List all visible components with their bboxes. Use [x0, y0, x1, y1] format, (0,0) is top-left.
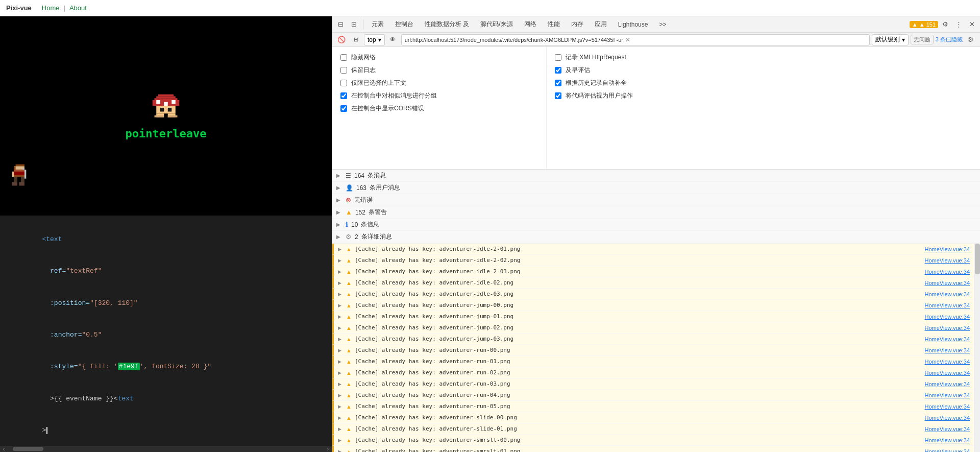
svg-rect-23 — [19, 182, 24, 186]
code-line-6: >{{ eventName }}<text — [10, 383, 322, 415]
nav-about[interactable]: About — [69, 4, 87, 12]
log-expand-arrow[interactable]: ▶ — [338, 438, 343, 443]
msg-group-verbose[interactable]: ▶ ⚙ 2 条详细消息 — [332, 231, 980, 243]
devtools-inspect-icon[interactable]: ⊞ — [348, 18, 360, 31]
hide-network-checkbox[interactable] — [340, 54, 347, 61]
tab-sources[interactable]: 源代码/来源 — [475, 18, 518, 31]
autocomplete-checkbox[interactable] — [555, 80, 561, 86]
treat-eval-checkbox[interactable] — [555, 92, 561, 99]
log-expand-arrow[interactable]: ▶ — [338, 348, 343, 353]
log-expand-arrow[interactable]: ▶ — [338, 359, 343, 364]
code-line-4: :anchor="0.5" — [10, 319, 322, 351]
log-source-link[interactable]: HomeView.vue:34 — [925, 257, 970, 264]
log-source-link[interactable]: HomeView.vue:34 — [925, 280, 970, 286]
group-similar-label: 在控制台中对相似消息进行分组 — [351, 91, 437, 100]
log-text: [Cache] already has key: adventurer-slid… — [355, 425, 922, 432]
log-source-link[interactable]: HomeView.vue:34 — [925, 426, 970, 432]
settings-icon-btn[interactable]: ⚙ — [939, 18, 951, 31]
hidden-count-badge[interactable]: 3 条已隐藏 — [936, 36, 963, 43]
devtools-dock-icon[interactable]: ⊟ — [334, 18, 347, 31]
eye-icon-btn[interactable]: 👁 — [387, 34, 399, 46]
log-source-link[interactable]: HomeView.vue:34 — [925, 415, 970, 421]
log-source-link[interactable]: HomeView.vue:34 — [925, 370, 970, 376]
log-expand-arrow[interactable]: ▶ — [338, 449, 343, 453]
show-cors-checkbox[interactable] — [340, 105, 347, 112]
tab-more[interactable]: >> — [654, 18, 671, 31]
log-expand-arrow[interactable]: ▶ — [338, 415, 343, 420]
log-expand-arrow[interactable]: ▶ — [338, 404, 343, 409]
log-source-link[interactable]: HomeView.vue:34 — [925, 336, 970, 342]
log-expand-arrow[interactable]: ▶ — [338, 337, 343, 342]
tab-memory[interactable]: 内存 — [566, 18, 589, 31]
log-expand-arrow[interactable]: ▶ — [338, 393, 343, 398]
log-source-link[interactable]: HomeView.vue:34 — [925, 347, 970, 353]
clear-url-btn[interactable]: ✕ — [625, 36, 630, 43]
tab-elements[interactable]: 元素 — [366, 18, 389, 31]
tab-application[interactable]: 应用 — [590, 18, 612, 31]
eager-eval-checkbox[interactable] — [555, 67, 561, 74]
log-warning-icon: ▲ — [346, 257, 352, 264]
app-canvas-area: pointerleave — [0, 16, 332, 216]
msg-group-all[interactable]: ▶ ☰ 164 条消息 — [332, 170, 980, 182]
info-circle-icon: ℹ — [346, 221, 348, 228]
url-bar: url:http://localhost:5173/node_modules/.… — [401, 34, 870, 45]
console-settings-btn[interactable]: ⚙ — [965, 34, 977, 46]
log-source-link[interactable]: HomeView.vue:34 — [925, 325, 970, 331]
scroll-left-arrow[interactable]: ‹ — [0, 446, 8, 452]
more-options-btn[interactable]: ⋮ — [952, 18, 965, 31]
log-expand-arrow[interactable]: ▶ — [338, 303, 343, 308]
preserve-log-checkbox[interactable] — [340, 67, 347, 74]
log-source-link[interactable]: HomeView.vue:34 — [925, 291, 970, 297]
code-line-3: :position="[320, 110]" — [10, 288, 322, 319]
svg-rect-4 — [156, 100, 160, 104]
expand-arrow-all: ▶ — [336, 173, 342, 178]
log-source-link[interactable]: HomeView.vue:34 — [925, 403, 970, 410]
filter-icon-btn[interactable]: ⊞ — [350, 34, 362, 46]
context-dropdown[interactable]: top ▾ — [364, 34, 385, 45]
log-expand-arrow[interactable]: ▶ — [338, 258, 343, 263]
filter-show-cors: 在控制台中显示CORS错误 — [340, 104, 538, 113]
log-source-link[interactable]: HomeView.vue:34 — [925, 359, 970, 365]
context-value: top — [368, 36, 376, 43]
log-expand-arrow[interactable]: ▶ — [338, 370, 343, 375]
log-source-link[interactable]: HomeView.vue:34 — [925, 448, 970, 453]
tab-network[interactable]: 网络 — [519, 18, 542, 31]
tab-lighthouse[interactable]: Lighthouse — [613, 18, 653, 31]
log-row: ▶▲[Cache] already has key: adventurer-id… — [332, 289, 974, 300]
log-expand-arrow[interactable]: ▶ — [338, 314, 343, 319]
scrollbar-handle[interactable] — [975, 244, 980, 274]
log-source-link[interactable]: HomeView.vue:34 — [925, 302, 970, 308]
close-devtools-btn[interactable]: ✕ — [966, 18, 978, 31]
clear-console-btn[interactable]: 🚫 — [335, 34, 348, 46]
msg-group-warnings[interactable]: ▶ ▲ 152 条警告 — [332, 206, 980, 219]
msg-group-user[interactable]: ▶ 👤 163 条用户消息 — [332, 182, 980, 194]
log-expand-arrow[interactable]: ▶ — [338, 426, 343, 432]
selected-context-checkbox[interactable] — [340, 80, 347, 86]
msg-group-errors[interactable]: ▶ ⊗ 无错误 — [332, 194, 980, 206]
group-similar-checkbox[interactable] — [340, 92, 347, 99]
log-expand-arrow[interactable]: ▶ — [338, 382, 343, 387]
msg-group-info[interactable]: ▶ ℹ 10 条信息 — [332, 219, 980, 231]
log-source-link[interactable]: HomeView.vue:34 — [925, 381, 970, 387]
tab-performance2[interactable]: 性能 — [543, 18, 565, 31]
log-source-link[interactable]: HomeView.vue:34 — [925, 437, 970, 443]
log-xhr-checkbox[interactable] — [555, 54, 561, 61]
log-source-link[interactable]: HomeView.vue:34 — [925, 392, 970, 398]
log-expand-arrow[interactable]: ▶ — [338, 247, 343, 252]
log-source-link[interactable]: HomeView.vue:34 — [925, 246, 970, 252]
nav-home[interactable]: Home — [42, 4, 60, 12]
scroll-thumb[interactable] — [13, 447, 43, 451]
log-source-link[interactable]: HomeView.vue:34 — [925, 269, 970, 275]
log-expand-arrow[interactable]: ▶ — [338, 292, 343, 297]
log-level-dropdown[interactable]: 默认级别 ▾ — [872, 34, 909, 45]
log-source-link[interactable]: HomeView.vue:34 — [925, 314, 970, 320]
log-expand-arrow[interactable]: ▶ — [338, 269, 343, 274]
tab-console[interactable]: 控制台 — [390, 18, 419, 31]
log-text: [Cache] already has key: adventurer-slid… — [355, 414, 922, 421]
log-expand-arrow[interactable]: ▶ — [338, 280, 343, 286]
scroll-right-arrow[interactable]: › — [324, 446, 332, 452]
log-warning-icon: ▲ — [346, 325, 352, 331]
log-expand-arrow[interactable]: ▶ — [338, 325, 343, 330]
tab-performance[interactable]: 性能数据分析 及 — [420, 18, 474, 31]
expand-arrow-warnings: ▶ — [336, 209, 342, 215]
